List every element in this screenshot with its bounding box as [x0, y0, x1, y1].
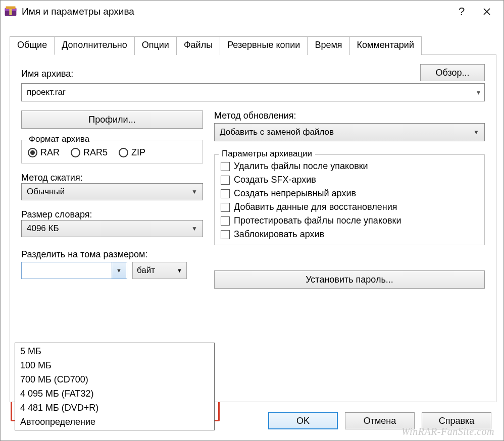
dialog-window: Имя и параметры архива ? Общие Дополните… — [0, 0, 504, 441]
split-option[interactable]: 5 МБ — [15, 344, 214, 358]
tab-strip: Общие Дополнительно Опции Файлы Резервны… — [10, 36, 496, 54]
chevron-down-icon: ▾ — [477, 88, 480, 96]
method-select[interactable]: Обычный ▼ — [21, 183, 203, 200]
chevron-down-icon: ▼ — [177, 267, 182, 273]
split-option[interactable]: Автоопределение — [15, 415, 214, 429]
titlebar: Имя и параметры архива ? — [1, 1, 503, 23]
tab-time[interactable]: Время — [307, 36, 349, 55]
format-legend: Формат архива — [26, 134, 92, 144]
ok-button[interactable]: OK — [268, 412, 338, 429]
archive-name-label: Имя архива: — [21, 69, 414, 79]
check-sfx[interactable]: Создать SFX-архив — [221, 175, 478, 185]
split-option[interactable]: 4 095 МБ (FAT32) — [15, 387, 214, 401]
window-title: Имя и параметры архива — [22, 6, 449, 17]
svg-rect-2 — [6, 7, 15, 9]
dict-label: Размер словаря: — [21, 209, 203, 220]
method-label: Метод сжатия: — [21, 173, 203, 183]
chevron-down-icon: ▼ — [191, 188, 197, 195]
tab-backup[interactable]: Резервные копии — [220, 36, 308, 55]
help-button[interactable]: ? — [449, 3, 474, 20]
update-select[interactable]: Добавить с заменой файлов ▼ — [214, 123, 485, 141]
check-test[interactable]: Протестировать файлы после упаковки — [221, 215, 478, 226]
format-group: Формат архива RAR RAR5 ZIP — [21, 140, 203, 163]
profiles-button[interactable]: Профили... — [21, 111, 203, 129]
dict-select[interactable]: 4096 КБ ▼ — [21, 220, 203, 237]
split-dropdown-list[interactable]: 5 МБ 100 МБ 700 МБ (CD700) 4 095 МБ (FAT… — [15, 343, 215, 430]
update-label: Метод обновления: — [214, 111, 485, 121]
radio-rar[interactable]: RAR — [28, 147, 60, 158]
tab-files[interactable]: Файлы — [176, 36, 220, 55]
check-solid[interactable]: Создать непрерывный архив — [221, 188, 478, 199]
set-password-button[interactable]: Установить пароль... — [214, 270, 485, 289]
chevron-down-icon: ▼ — [191, 225, 197, 232]
split-size-combo[interactable]: ▼ — [21, 262, 127, 279]
archive-name-value: проект.rar — [27, 87, 66, 97]
split-option[interactable]: 4 481 МБ (DVD+R) — [15, 401, 214, 415]
split-unit-select[interactable]: байт ▼ — [132, 262, 187, 279]
check-lock[interactable]: Заблокировать архив — [221, 229, 478, 240]
svg-rect-3 — [9, 9, 12, 15]
tab-options[interactable]: Опции — [134, 36, 177, 55]
close-button[interactable] — [474, 3, 499, 20]
tab-advanced[interactable]: Дополнительно — [54, 36, 135, 55]
archive-name-combo[interactable]: проект.rar ▾ — [21, 83, 485, 101]
chevron-down-icon: ▼ — [473, 129, 479, 136]
radio-rar5[interactable]: RAR5 — [71, 147, 108, 158]
split-option[interactable]: 100 МБ — [15, 358, 214, 372]
app-icon — [4, 5, 18, 19]
split-size-input[interactable] — [22, 262, 112, 279]
params-group: Параметры архивации Удалить файлы после … — [214, 154, 485, 245]
split-option[interactable]: 700 МБ (CD700) — [15, 372, 214, 387]
radio-zip[interactable]: ZIP — [119, 147, 145, 158]
params-legend: Параметры архивации — [219, 149, 315, 159]
split-dropdown-button[interactable]: ▼ — [112, 262, 126, 279]
tab-general[interactable]: Общие — [10, 36, 55, 55]
split-label: Разделить на тома размером: — [21, 249, 203, 260]
browse-button[interactable]: Обзор... — [420, 64, 485, 81]
watermark-text: WinRAR-FanSite.com — [401, 426, 494, 437]
check-recovery[interactable]: Добавить данные для восстановления — [221, 202, 478, 212]
client-area: Общие Дополнительно Опции Файлы Резервны… — [1, 23, 503, 440]
check-delete-after[interactable]: Удалить файлы после упаковки — [221, 161, 478, 172]
tab-comment[interactable]: Комментарий — [349, 36, 422, 55]
